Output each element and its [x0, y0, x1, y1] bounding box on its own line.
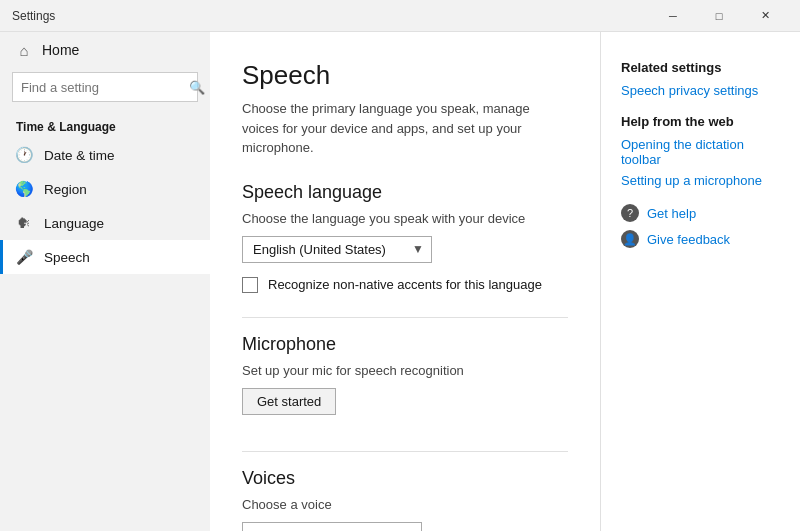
- titlebar: Settings ─ □ ✕: [0, 0, 800, 32]
- give-feedback-row[interactable]: 👤 Give feedback: [621, 230, 780, 248]
- app-container: ⌂ Home 🔍 Time & Language 🕐 Date & time 🌎…: [0, 32, 800, 531]
- sidebar-section-label: Time & Language: [0, 112, 210, 138]
- help-title: Help from the web: [621, 114, 780, 129]
- region-icon: 🌎: [16, 181, 32, 197]
- setup-microphone-link[interactable]: Setting up a microphone: [621, 173, 780, 188]
- voice-dropdown-wrapper: Microsoft David Microsoft Zira Microsoft…: [242, 522, 422, 532]
- accent-checkbox[interactable]: [242, 277, 258, 293]
- speech-language-dropdown[interactable]: English (United States) English (United …: [242, 236, 432, 263]
- titlebar-title: Settings: [12, 9, 55, 23]
- voices-section: Voices Choose a voice Microsoft David Mi…: [242, 468, 568, 532]
- search-icon: 🔍: [189, 80, 205, 95]
- sidebar-item-language-label: Language: [44, 216, 104, 231]
- related-settings: Related settings Speech privacy settings: [621, 60, 780, 98]
- speech-language-title: Speech language: [242, 182, 568, 203]
- sidebar-item-language[interactable]: 🗣 Language: [0, 206, 210, 240]
- sidebar: ⌂ Home 🔍 Time & Language 🕐 Date & time 🌎…: [0, 32, 210, 531]
- dictation-toolbar-link[interactable]: Opening the dictation toolbar: [621, 137, 780, 167]
- maximize-button[interactable]: □: [696, 0, 742, 32]
- language-icon: 🗣: [16, 215, 32, 231]
- close-button[interactable]: ✕: [742, 0, 788, 32]
- accent-checkbox-label: Recognize non-native accents for this la…: [268, 277, 542, 292]
- search-input[interactable]: [21, 80, 189, 95]
- accent-checkbox-row: Recognize non-native accents for this la…: [242, 277, 568, 293]
- search-box[interactable]: 🔍: [12, 72, 198, 102]
- voices-title: Voices: [242, 468, 568, 489]
- divider-1: [242, 317, 568, 318]
- content-area: Speech Choose the primary language you s…: [210, 32, 600, 531]
- date-time-icon: 🕐: [16, 147, 32, 163]
- right-panel: Related settings Speech privacy settings…: [600, 32, 800, 531]
- speech-privacy-link[interactable]: Speech privacy settings: [621, 83, 780, 98]
- choose-voice-label: Choose a voice: [242, 497, 568, 512]
- feedback-icon: 👤: [621, 230, 639, 248]
- microphone-desc: Set up your mic for speech recognition: [242, 363, 568, 378]
- home-icon: ⌂: [16, 42, 32, 58]
- give-feedback-link[interactable]: Give feedback: [647, 232, 730, 247]
- get-help-row[interactable]: ? Get help: [621, 204, 780, 222]
- sidebar-item-date-time[interactable]: 🕐 Date & time: [0, 138, 210, 172]
- sidebar-item-date-time-label: Date & time: [44, 148, 115, 163]
- sidebar-home-label: Home: [42, 42, 79, 58]
- microphone-title: Microphone: [242, 334, 568, 355]
- titlebar-controls: ─ □ ✕: [650, 0, 788, 32]
- get-started-button[interactable]: Get started: [242, 388, 336, 415]
- divider-2: [242, 451, 568, 452]
- sidebar-item-speech[interactable]: 🎤 Speech: [0, 240, 210, 274]
- sidebar-item-home[interactable]: ⌂ Home: [0, 32, 210, 68]
- main-area: Speech Choose the primary language you s…: [210, 32, 800, 531]
- speech-icon: 🎤: [16, 249, 32, 265]
- microphone-section: Microphone Set up your mic for speech re…: [242, 334, 568, 435]
- page-title: Speech: [242, 60, 568, 91]
- sidebar-item-speech-label: Speech: [44, 250, 90, 265]
- sidebar-item-region[interactable]: 🌎 Region: [0, 172, 210, 206]
- help-from-web: Help from the web Opening the dictation …: [621, 114, 780, 188]
- get-help-icon: ?: [621, 204, 639, 222]
- sidebar-item-region-label: Region: [44, 182, 87, 197]
- page-subtitle: Choose the primary language you speak, m…: [242, 99, 568, 158]
- minimize-button[interactable]: ─: [650, 0, 696, 32]
- related-settings-title: Related settings: [621, 60, 780, 75]
- speech-language-desc: Choose the language you speak with your …: [242, 211, 568, 226]
- speech-language-section: Speech language Choose the language you …: [242, 182, 568, 293]
- voice-dropdown[interactable]: Microsoft David Microsoft Zira Microsoft…: [242, 522, 422, 532]
- speech-language-dropdown-wrapper: English (United States) English (United …: [242, 236, 432, 263]
- get-help-link[interactable]: Get help: [647, 206, 696, 221]
